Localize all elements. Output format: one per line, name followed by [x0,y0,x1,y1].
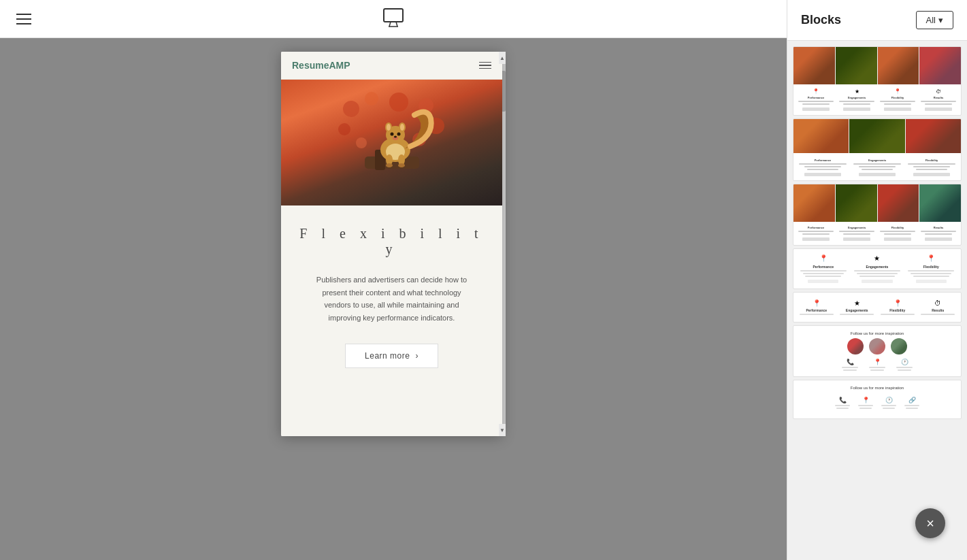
learn-more-label: Learn more [365,351,410,361]
block3-images-row [793,184,961,222]
block2-item-performance: Performance [796,157,849,176]
sidebar: Blocks All ▾ 📍 Performance [787,0,967,560]
main-area: ▲ ▼ ResumeAMP [0,0,787,560]
preview-hero-image [281,80,502,205]
toolbar [0,0,787,38]
monitor-icon[interactable] [381,5,406,33]
block7-clock-icon: 🕐 [885,397,893,403]
block-card-2[interactable]: Performance Engagements Flexibility [793,118,962,181]
svg-point-27 [386,163,393,167]
block3-item-results: Results [919,226,958,241]
block-card-1[interactable]: 📍 Performance ★ Engagements 📍 Flexibilit… [793,46,962,116]
all-btn-label: All [926,15,936,25]
block-card-5[interactable]: 📍 Performance ★ Engagements 📍 Flexibilit… [793,292,962,323]
block-img-1 [793,47,835,84]
block7-hours: 🕐 [881,397,896,409]
social-circle-1 [847,338,864,355]
block-item-engagements: ★ Engagements [837,88,876,111]
squirrel-svg [338,88,446,197]
block6-icons-row: 📞 📍 🕐 [798,359,957,371]
learn-more-button[interactable]: Learn more › [345,344,438,368]
preview-hamburger-icon[interactable] [479,62,491,69]
phone-icon: 📞 [847,359,854,365]
block7-icons-row: 📞 📍 🕐 🔗 [798,393,957,413]
block-item-performance: 📍 Performance [796,88,836,111]
svg-point-6 [389,93,408,112]
block3-item-flexibility: Flexibility [878,226,917,241]
preview-logo: ResumeAMP [292,60,350,71]
block2-img-2 [849,119,904,153]
block-images-row-1 [793,47,961,84]
sidebar-header: Blocks All ▾ [787,0,967,41]
logo-text-amp: AMP [329,60,350,71]
block6-contacts-label [842,367,858,368]
block5-results: ⏱ Results [919,299,957,315]
block-img-4 [919,47,961,84]
logo-text-resume: Resume [292,60,329,71]
block-card-7[interactable]: Follow us for more inspiration 📞 📍 🕐 [793,380,962,419]
block5-performance: 📍 Performance [798,299,836,315]
close-button[interactable]: × [915,508,945,538]
block3-item-engagements: Engagements [837,226,876,241]
block3-img-3 [878,184,919,222]
block-card-4[interactable]: 📍 Performance ★ Engagements 📍 Flexibilit… [793,248,962,289]
svg-point-10 [356,137,367,148]
svg-line-1 [389,22,391,27]
block4-performance: 📍 Performance [798,254,849,283]
mobile-frame-wrapper: ▲ ▼ ResumeAMP [281,52,506,436]
social-circle-3 [891,338,907,355]
block-item-results: ⏱ Results [919,88,958,111]
block7-location-icon: 📍 [862,397,870,403]
block2-content-row: Performance Engagements Flexibility [793,153,961,180]
svg-rect-0 [384,9,403,22]
block7-address: 📍 [858,397,873,409]
block6-contacts: 📞 [842,359,858,371]
block7-contacts: 📞 [835,397,850,409]
block-images-row-2 [793,119,961,153]
location-icon: 📍 [874,359,881,365]
block-card-6[interactable]: Follow us for more inspiration 📞 📍 [793,325,962,377]
toolbar-left [16,14,31,24]
svg-point-20 [390,132,393,135]
block5-engagements: ★ Engagements [838,299,876,315]
all-btn-arrow: ▾ [938,15,943,25]
block3-img-4 [919,184,961,222]
clock-icon: 🕐 [901,359,908,365]
block-img-2 [836,47,877,84]
block-card-3[interactable]: Performance Engagements Flexibility Resu… [793,184,962,246]
block7-link-icon: 🔗 [908,397,916,403]
svg-point-4 [343,101,359,117]
block2-img-3 [906,119,961,153]
all-filter-button[interactable]: All ▾ [916,11,953,29]
block3-item-performance: Performance [796,226,836,241]
svg-point-23 [394,135,397,137]
scroll-up-arrow[interactable]: ▲ [499,52,506,64]
block2-item-engagements: Engagements [851,157,904,176]
block2-img-1 [793,119,849,153]
block-content-row-1: 📍 Performance ★ Engagements 📍 Flexibilit… [793,84,961,115]
hamburger-icon[interactable] [16,14,31,24]
block6-title: Follow us for more inspiration [798,331,957,335]
block7-links: 🔗 [904,397,919,409]
scroll-down-arrow[interactable]: ▼ [499,424,506,436]
block6-address: 📍 [869,359,885,371]
social-circle-2 [869,338,885,355]
toolbar-center [381,5,406,33]
block3-img-1 [793,184,835,222]
block4-flexibility: 📍 Flexibility [906,254,957,283]
block3-content-row: Performance Engagements Flexibility Resu… [793,222,961,245]
block-item-flexibility: 📍 Flexibility [878,88,917,111]
block5-flexibility: 📍 Flexibility [879,299,917,315]
block-img-3 [878,47,919,84]
preview-title: F l e x i b i l i t y [297,226,486,257]
svg-point-18 [387,124,391,131]
close-icon: × [926,516,934,531]
block6-circles [798,338,957,355]
preview-header: ResumeAMP [281,52,502,80]
preview-area: ▲ ▼ ResumeAMP [0,38,787,560]
svg-point-8 [338,123,350,135]
block2-item-flexibility: Flexibility [905,157,958,176]
block4-content: 📍 Performance ★ Engagements 📍 Flexibilit… [798,254,957,283]
block4-engagements: ★ Engagements [851,254,902,283]
svg-point-21 [397,132,400,135]
